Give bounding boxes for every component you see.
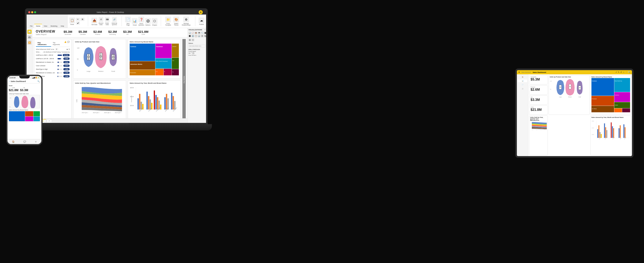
paste-icon[interactable]: 📋 <box>69 17 75 23</box>
tab-modeling[interactable]: Modeling <box>49 24 59 28</box>
tablet-violin-svg: 100 50 <box>550 78 588 99</box>
tablet-more-icon[interactable]: ⋮ <box>625 71 627 73</box>
tab-key-influencers[interactable]: Key influencers <box>36 41 51 47</box>
kpi-value-canada: $5.3M <box>78 30 87 33</box>
tab-help[interactable]: Help <box>59 24 66 28</box>
viz-icon-7[interactable]: 🅰 <box>188 35 191 37</box>
page-tab-add[interactable]: + <box>46 119 52 122</box>
tablet-star-icon[interactable]: ☆ <box>623 71 624 73</box>
tablet-sidebar-apps[interactable]: ⬜ <box>518 87 527 90</box>
list-item: UnitPrice is 197.45 - 199.45 6.58x <box>36 57 70 60</box>
sidebar-report-icon[interactable]: 📊 <box>28 30 32 34</box>
charts-area: Units by Product and Sale Size 100 50 0 <box>73 39 181 120</box>
external-icon[interactable]: 🔗 <box>112 17 117 22</box>
aska-icon[interactable]: ❓ <box>138 16 144 22</box>
viz-icon-5[interactable]: 📉 <box>201 31 204 34</box>
report-body: Key influencers Top segments 👍 💬 What in… <box>32 37 188 121</box>
svg-text:50: 50 <box>9 106 10 108</box>
maximize-btn[interactable] <box>34 11 36 13</box>
viz-icon-3[interactable]: 🍩 <box>195 31 197 34</box>
tablet-bar-svg: $600K $550K $500K <box>592 119 630 140</box>
viz-icon-10[interactable]: 🔬 <box>198 35 200 37</box>
viz-icon-13[interactable]: ⊞ <box>188 39 191 41</box>
newpage-icon[interactable]: 📄 <box>125 16 131 22</box>
cut-icon[interactable]: ✂ <box>76 18 80 21</box>
tablet-kpi-usa: USA $21.8M <box>529 105 548 115</box>
svg-text:Medium: Medium <box>98 71 104 72</box>
phone-treemap-contoso <box>9 111 25 121</box>
viz-collapse-icon[interactable]: › <box>205 29 205 31</box>
shapes-icon[interactable]: ⬡ <box>152 18 158 24</box>
viz-icon-11[interactable]: R <box>201 35 204 37</box>
phone-search-icon[interactable]: 🔍 <box>38 80 40 82</box>
viz-icon-12[interactable]: Py <box>204 35 206 37</box>
viz-icon-2[interactable]: 📈 <box>192 31 194 34</box>
phone-back-btn[interactable]: ‹ <box>9 80 10 82</box>
recentdata-icon[interactable]: ⏱ <box>99 17 103 22</box>
phone-notch <box>19 76 30 78</box>
phone-treemap-fabrikam <box>34 111 40 116</box>
svg-point-63 <box>579 87 580 88</box>
publish-icon[interactable]: ☁ <box>198 17 204 23</box>
tab-file[interactable]: File <box>28 24 34 28</box>
filter-chevron[interactable]: ▾ <box>67 48 68 50</box>
crossreport-toggle[interactable] <box>191 52 194 54</box>
treemap-col3: Litware A.D. Th. <box>172 44 179 75</box>
thumbdown-icon[interactable]: 💬 <box>67 41 70 47</box>
tablet-advworks-label: Adv Works <box>592 108 597 109</box>
treemap-th: Th. <box>172 69 179 75</box>
formatpainter-icon[interactable]: 🖌 <box>76 21 80 25</box>
tablet-share-icon[interactable]: ↗ <box>615 71 617 73</box>
bar-svg: $600K $550K $500K <box>130 85 179 114</box>
tablet-bar-body: $600K $550K $500K <box>592 119 630 153</box>
viz-icon-1[interactable]: 📊 <box>188 31 191 34</box>
thumbup-icon[interactable]: 👍 <box>64 41 66 47</box>
minimize-btn[interactable] <box>31 11 33 13</box>
viz-icon-9[interactable]: 📋 <box>195 35 197 37</box>
influencer-badge-0: 10.20x <box>63 54 70 56</box>
switchtheme-icon[interactable]: 🎨 <box>173 16 179 22</box>
viz-icon-4[interactable]: 🗺 <box>198 31 200 34</box>
tablet-sidebar-reports[interactable]: 📄 <box>518 83 527 86</box>
tablet-edit-icon[interactable]: ✎ <box>618 71 620 73</box>
sidebar-data-icon[interactable]: 🗃 <box>28 35 32 39</box>
tablet-title-text: Sales Dashboard <box>533 71 614 73</box>
viz-icon-6[interactable]: ⬛ <box>204 31 206 34</box>
svg-text:100: 100 <box>9 97 11 99</box>
report-title-area: OVERVIEW Sales Report <box>36 30 55 35</box>
filter-help[interactable]: ? <box>68 48 70 50</box>
kpi-value-usa: $21.8M <box>138 30 148 33</box>
tablet-violin-title: Units by Product and Sale Size <box>550 76 588 78</box>
svg-text:100: 100 <box>77 47 79 49</box>
influencer-label-2: Manufacturer is Litware, Inc. <box>36 61 57 63</box>
phone-chat-icon[interactable]: 💬 <box>24 141 26 143</box>
tablet-treemap-fabrikam: FabriKam <box>614 92 630 102</box>
svg-text:$600K: $600K <box>130 87 134 88</box>
tablet-refresh-icon[interactable]: ↺ <box>620 71 622 73</box>
tab-top-segments[interactable]: Top segments <box>51 41 64 47</box>
getdata-icon[interactable]: 📥 <box>92 18 97 23</box>
tablet-search-icon[interactable]: 🔍 <box>628 71 630 73</box>
visual-icon[interactable]: 📊 <box>132 18 138 24</box>
tablet-sidebar-dashboard[interactable]: 📊 <box>518 79 527 82</box>
phone-star-icon[interactable]: ☆ <box>35 141 37 143</box>
phone-home-icon[interactable]: 🏠 <box>12 141 14 143</box>
tablet-treemap-bottom <box>614 108 630 112</box>
enterdata-icon[interactable]: ⌨ <box>105 17 110 22</box>
svg-text:Small: Small <box>111 71 115 72</box>
tablet-sidebar-home[interactable]: 🏠 <box>518 76 527 78</box>
copy-icon[interactable]: ⧉ <box>80 18 84 21</box>
buttons-icon[interactable]: 🔘 <box>145 18 151 24</box>
divider-4 <box>195 16 195 26</box>
viz-icon-8[interactable]: 🔢 <box>192 35 194 37</box>
influencer-badge-5: 1.34x <box>63 72 70 74</box>
manage-icon[interactable]: ⚙ <box>183 16 189 22</box>
close-btn[interactable] <box>28 11 30 13</box>
kpi-label-uk: UK <box>123 33 132 35</box>
tab-view[interactable]: View <box>42 24 49 28</box>
sidebar-model-icon[interactable]: 🔀 <box>28 40 32 45</box>
tab-home[interactable]: Home <box>34 24 42 28</box>
fromtemplate-icon[interactable]: 📁 <box>165 16 171 22</box>
phone-statusbar-right: ▂▄▆ 📶 🔋 <box>32 77 40 78</box>
viz-icon-14[interactable]: ≡ <box>192 39 194 41</box>
